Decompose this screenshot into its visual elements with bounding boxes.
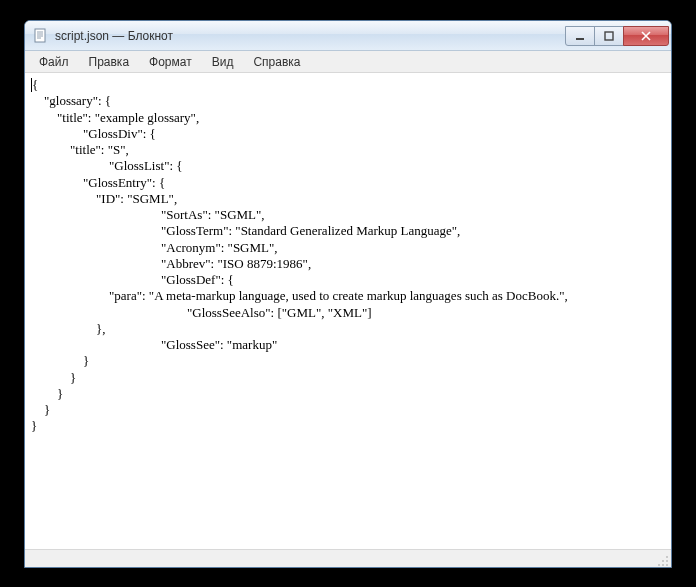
menu-edit[interactable]: Правка <box>79 53 140 71</box>
window-controls <box>566 26 669 46</box>
svg-point-12 <box>666 564 668 566</box>
minimize-button[interactable] <box>565 26 595 46</box>
svg-point-10 <box>658 564 660 566</box>
editor-content: { "glossary": { "title": "example glossa… <box>31 77 568 433</box>
resize-grip[interactable] <box>657 553 669 565</box>
menu-format[interactable]: Формат <box>139 53 202 71</box>
svg-point-11 <box>662 564 664 566</box>
close-button[interactable] <box>623 26 669 46</box>
maximize-button[interactable] <box>594 26 624 46</box>
menu-view[interactable]: Вид <box>202 53 244 71</box>
svg-point-9 <box>666 560 668 562</box>
menu-help[interactable]: Справка <box>243 53 310 71</box>
app-icon <box>33 28 49 44</box>
statusbar <box>25 549 671 567</box>
window-title: script.json — Блокнот <box>55 29 566 43</box>
text-editor-area[interactable]: { "glossary": { "title": "example glossa… <box>25 73 671 549</box>
svg-rect-6 <box>605 32 613 40</box>
notepad-window: script.json — Блокнот Файл Правка Формат… <box>24 20 672 568</box>
titlebar[interactable]: script.json — Блокнот <box>25 21 671 51</box>
menubar: Файл Правка Формат Вид Справка <box>25 51 671 73</box>
svg-rect-0 <box>35 29 45 42</box>
svg-rect-5 <box>576 38 584 40</box>
menu-file[interactable]: Файл <box>29 53 79 71</box>
svg-point-7 <box>666 556 668 558</box>
svg-point-8 <box>662 560 664 562</box>
